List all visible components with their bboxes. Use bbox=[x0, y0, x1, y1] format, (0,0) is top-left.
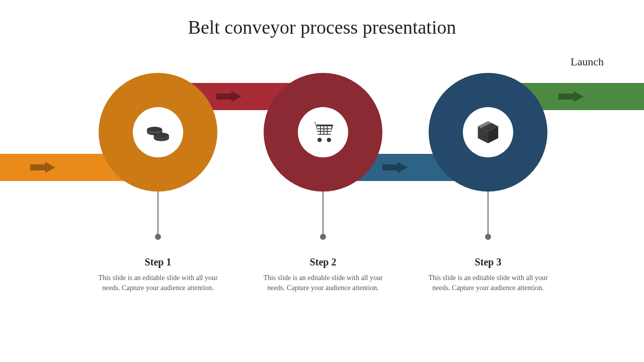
svg-marker-2 bbox=[382, 162, 408, 173]
arrow-icon bbox=[382, 162, 408, 173]
slide: Belt conveyor process presentation Launc… bbox=[0, 0, 644, 362]
coins-icon bbox=[144, 119, 172, 146]
step-circle-2 bbox=[264, 73, 382, 192]
arrow-icon bbox=[558, 91, 584, 102]
svg-point-13 bbox=[327, 138, 331, 142]
svg-marker-3 bbox=[558, 91, 584, 102]
svg-marker-0 bbox=[30, 162, 55, 173]
arrow-icon bbox=[216, 91, 242, 102]
svg-point-12 bbox=[317, 138, 321, 142]
step-label: Step 1 bbox=[98, 256, 218, 268]
icon-badge bbox=[298, 107, 348, 157]
step-label: Step 2 bbox=[263, 256, 383, 268]
step-circle-1 bbox=[99, 73, 217, 192]
svg-marker-1 bbox=[216, 91, 242, 102]
step-block-1: Step 1 This slide is an editable slide w… bbox=[98, 256, 218, 294]
step-block-3: Step 3 This slide is an editable slide w… bbox=[428, 256, 548, 294]
icon-badge bbox=[133, 107, 183, 157]
launch-label: Launch bbox=[571, 55, 604, 68]
icon-badge bbox=[463, 107, 513, 157]
step-block-2: Step 2 This slide is an editable slide w… bbox=[263, 256, 383, 294]
slide-title: Belt conveyor process presentation bbox=[0, 16, 644, 38]
step-desc: This slide is an editable slide with all… bbox=[263, 273, 383, 294]
lead-line-1 bbox=[157, 192, 158, 237]
box-icon bbox=[474, 119, 502, 146]
arrow-icon bbox=[30, 162, 55, 173]
step-desc: This slide is an editable slide with all… bbox=[98, 273, 218, 294]
lead-line-3 bbox=[488, 192, 489, 237]
svg-point-4 bbox=[147, 127, 162, 133]
step-circle-3 bbox=[429, 73, 547, 192]
step-desc: This slide is an editable slide with all… bbox=[428, 273, 548, 294]
lead-line-2 bbox=[323, 192, 324, 237]
step-label: Step 3 bbox=[428, 256, 548, 268]
cart-icon bbox=[309, 119, 337, 146]
svg-point-5 bbox=[154, 133, 169, 139]
